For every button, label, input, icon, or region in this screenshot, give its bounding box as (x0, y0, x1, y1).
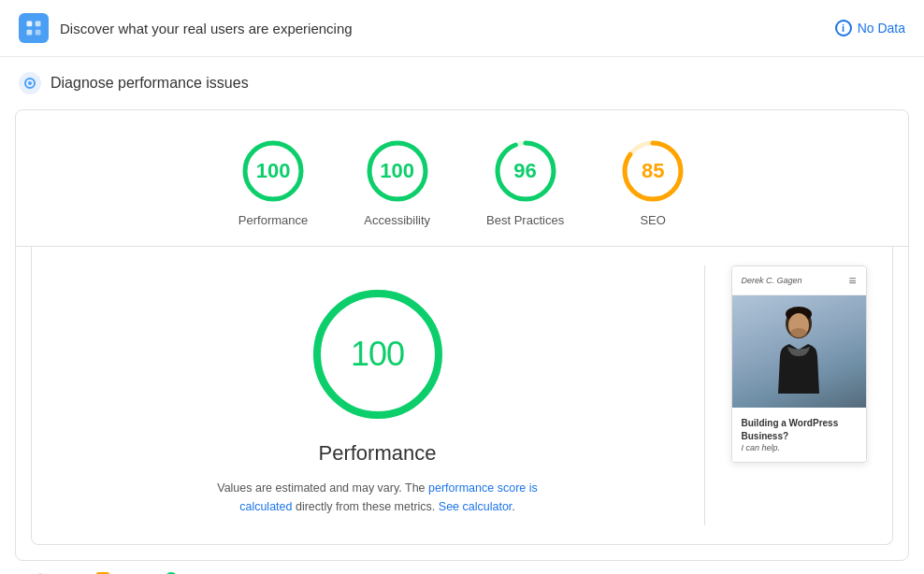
score-item-seo[interactable]: 85 SEO (620, 138, 686, 227)
preview-menu-icon: ≡ (848, 274, 856, 287)
svg-rect-1 (36, 22, 41, 27)
score-label-best-practices: Best Practices (486, 213, 564, 227)
preview-header-text: Derek C. Gagen (742, 276, 802, 285)
header-left: Discover what your real users are experi… (19, 13, 353, 43)
header-title: Discover what your real users are experi… (60, 21, 353, 36)
scores-row: 100 Performance 100 Accessibility (16, 129, 908, 237)
score-circle-seo: 85 (620, 138, 686, 204)
score-item-best-practices[interactable]: 96 Best Practices (486, 138, 564, 227)
large-score-circle: 100 (308, 284, 448, 424)
description-text: Values are estimated and may vary. The (217, 481, 425, 495)
section-title: Diagnose performance issues (51, 75, 249, 92)
svg-rect-2 (27, 30, 33, 36)
legend-row: 0–49 50–89 90–100 (15, 561, 924, 574)
detail-right: Derek C. Gagen ≡ (705, 247, 892, 544)
svg-point-19 (790, 328, 807, 337)
app-icon (19, 13, 49, 43)
preview-caption: Building a WordPress Business? I can hel… (732, 408, 866, 462)
svg-rect-3 (36, 30, 41, 36)
score-label-performance: Performance (238, 213, 308, 227)
large-score-label: Performance (319, 441, 437, 466)
top-header: Discover what your real users are experi… (0, 0, 924, 57)
no-data-label: No Data (858, 21, 905, 36)
score-circle-performance: 100 (240, 138, 306, 204)
score-item-accessibility[interactable]: 100 Accessibility (364, 138, 430, 227)
preview-caption-subtitle: I can help. (742, 443, 857, 452)
preview-image (732, 295, 866, 408)
detail-area: 100 Performance Values are estimated and… (31, 247, 893, 545)
score-label-seo: SEO (640, 213, 665, 227)
score-description: Values are estimated and may vary. The p… (200, 479, 556, 516)
preview-header: Derek C. Gagen ≡ (732, 266, 866, 295)
score-value-accessibility: 100 (380, 159, 414, 183)
score-value-seo: 85 (642, 159, 664, 183)
no-data-button[interactable]: i No Data (835, 20, 905, 36)
score-value-best-practices: 96 (513, 159, 536, 183)
preview-caption-title: Building a WordPress Business? (742, 417, 857, 443)
scores-card: 100 Performance 100 Accessibility (15, 109, 909, 561)
website-preview: Derek C. Gagen ≡ (731, 265, 867, 463)
score-circle-best-practices: 96 (493, 138, 558, 204)
detail-left: 100 Performance Values are estimated and… (32, 247, 704, 544)
info-icon: i (835, 20, 852, 36)
section-icon (19, 72, 41, 94)
section-header: Diagnose performance issues (0, 57, 924, 109)
svg-point-5 (28, 81, 32, 85)
score-label-accessibility: Accessibility (364, 213, 430, 227)
score-value-performance: 100 (256, 159, 291, 183)
calculator-link[interactable]: See calculator (439, 500, 513, 513)
large-score-value: 100 (351, 335, 404, 374)
svg-rect-0 (27, 22, 33, 27)
score-item-performance[interactable]: 100 Performance (238, 138, 308, 227)
score-circle-accessibility: 100 (365, 138, 430, 204)
